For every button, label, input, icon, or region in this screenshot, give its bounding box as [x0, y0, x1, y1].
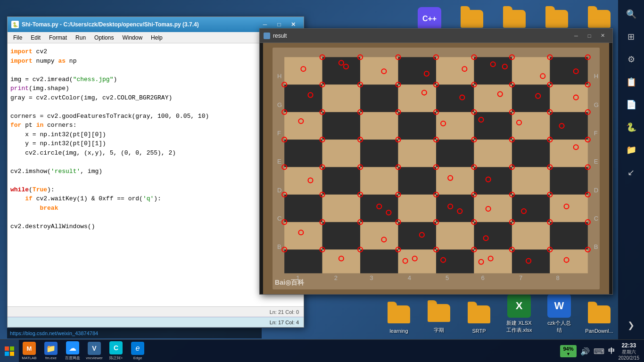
svg-rect-64 [284, 195, 322, 222]
desktop-icon-pandown[interactable]: PanDownl... [583, 300, 616, 336]
chess-board-svg: H G F E D C B 1 2 3 4 5 6 7 8 H G F E [260, 43, 612, 294]
taskbar-fm-button[interactable]: 📁 fm.exe [41, 341, 61, 362]
keyboard-icon: ⌨ [594, 347, 604, 356]
desktop: 🔍 ⊞ ⚙ 📋 📄 🐍 📁 ↙ ❯ C++ C++ ardruino [0, 0, 644, 362]
svg-rect-74 [360, 222, 398, 249]
menu-options[interactable]: Options [91, 33, 117, 42]
language-indicator[interactable]: 中 [608, 347, 615, 355]
svg-rect-76 [436, 222, 474, 249]
taskbar-edge-button[interactable]: e Edge [127, 341, 148, 362]
sidebar-file-icon[interactable]: 📄 [622, 95, 641, 114]
taskbar-vnc-label: vncviewer [86, 356, 103, 360]
desktop-icon-ziqi-label: 字期 [434, 327, 444, 334]
desktop-icon-xlsx-label: 新建 XLSX 工作表.xlsx [506, 320, 532, 334]
svg-text:B: B [594, 243, 598, 250]
desktop-icon-czk[interactable]: W czk个人总结 [543, 292, 576, 336]
svg-text:3: 3 [370, 274, 373, 281]
svg-rect-65 [322, 195, 360, 222]
volume-icon[interactable]: 🔊 [580, 347, 590, 356]
svg-rect-73 [322, 222, 360, 249]
windows-logo-icon [5, 346, 14, 356]
idle-status-ln-col-2: Ln: 17 Col: 4 [270, 320, 299, 325]
svg-rect-30 [512, 57, 550, 84]
svg-rect-207 [10, 352, 14, 356]
sidebar-settings-icon[interactable]: ⚙ [622, 50, 641, 69]
taskbar-czk-button[interactable]: C 陈正轲+ [106, 341, 126, 362]
svg-text:E: E [277, 158, 281, 165]
menu-file[interactable]: File [9, 33, 26, 42]
battery-arrow-down: ▼ [566, 352, 570, 356]
idle-status-ln-col-1: Ln: 21 Col: 0 [270, 309, 299, 315]
taskbar-edge-label: Edge [133, 356, 142, 360]
svg-rect-56 [284, 167, 322, 194]
svg-rect-50 [360, 140, 398, 167]
desktop-icon-srtp[interactable]: SRTP [462, 300, 495, 336]
menu-window[interactable]: Window [118, 33, 146, 42]
svg-rect-47 [550, 112, 587, 140]
menu-help[interactable]: Help [147, 33, 166, 42]
svg-text:4: 4 [408, 274, 411, 281]
sidebar-search-icon[interactable]: 🔍 [622, 5, 641, 24]
menu-format[interactable]: Format [45, 33, 71, 42]
svg-rect-27 [398, 57, 436, 84]
taskbar-apps: M MATLAB 📁 fm.exe ☁ 百度网盘 V vncviewer C 陈… [19, 341, 148, 362]
taskbar-baidupan-button[interactable]: ☁ 百度网盘 [62, 341, 83, 362]
result-minimize-button[interactable]: ─ [570, 31, 582, 41]
svg-rect-80 [284, 249, 322, 273]
sidebar-arrow-icon[interactable]: ↙ [622, 163, 641, 182]
sidebar-clipboard-icon[interactable]: 📋 [622, 73, 641, 91]
svg-rect-205 [10, 346, 14, 351]
svg-rect-59 [398, 167, 436, 194]
taskbar-matlab-button[interactable]: M MATLAB [19, 341, 40, 362]
taskbar-matlab-label: MATLAB [22, 356, 36, 360]
svg-rect-62 [512, 167, 550, 194]
sidebar-python-icon[interactable]: 🐍 [622, 118, 641, 137]
svg-rect-77 [474, 222, 512, 249]
result-close-button[interactable]: ✕ [596, 31, 609, 41]
svg-rect-204 [5, 346, 9, 351]
svg-rect-75 [398, 222, 436, 249]
svg-text:Bai◎百科: Bai◎百科 [275, 279, 305, 286]
svg-text:2: 2 [334, 274, 338, 281]
desktop-icon-learning[interactable]: learning [382, 300, 415, 336]
svg-text:G: G [277, 101, 282, 108]
desktop-icon-ziqi[interactable]: 字期 [422, 299, 455, 336]
taskbar-right: 94% ▼ 🔊 ⌨ 中 22:33 星期六 2020/2/15 [555, 340, 644, 362]
svg-rect-57 [322, 167, 360, 194]
taskbar-clock[interactable]: 22:33 星期六 2020/2/15 [619, 342, 640, 361]
url-bar: https://blog.csdn.net/weixin_43874784 [7, 328, 262, 338]
svg-rect-42 [360, 112, 398, 140]
svg-rect-29 [474, 57, 512, 84]
idle-window-title: Shi-Tomas.py - C:/Users/czk/Desktop/open… [22, 21, 256, 28]
right-sidebar: 🔍 ⊞ ⚙ 📋 📄 🐍 📁 ↙ ❯ [618, 0, 644, 339]
menu-edit[interactable]: Edit [27, 33, 44, 42]
svg-text:H: H [594, 73, 598, 80]
taskbar: M MATLAB 📁 fm.exe ☁ 百度网盘 V vncviewer C 陈… [0, 339, 644, 362]
taskbar-fm-label: fm.exe [45, 356, 57, 360]
idle-window-icon: 🐍 [11, 21, 19, 28]
menu-run[interactable]: Run [72, 33, 90, 42]
desktop-icon-srtp-label: SRTP [472, 328, 486, 334]
svg-text:G: G [594, 101, 599, 108]
svg-rect-37 [474, 84, 512, 112]
svg-rect-71 [550, 195, 587, 222]
svg-rect-35 [398, 84, 436, 112]
sidebar-chevron-icon[interactable]: ❯ [622, 316, 641, 335]
svg-rect-48 [284, 140, 322, 167]
svg-rect-24 [284, 57, 322, 84]
result-titlebar[interactable]: result ─ □ ✕ [260, 29, 612, 43]
svg-text:D: D [594, 187, 598, 194]
svg-rect-54 [512, 140, 550, 167]
sidebar-folder-icon[interactable]: 📁 [622, 140, 641, 159]
desktop-icon-xlsx[interactable]: X 新建 XLSX 工作表.xlsx [503, 292, 536, 336]
result-window-controls: ─ □ ✕ [570, 31, 609, 41]
taskbar-time: 22:33 [619, 342, 640, 349]
svg-rect-67 [398, 195, 436, 222]
result-maximize-button[interactable]: □ [583, 31, 595, 41]
taskbar-vnc-button[interactable]: V vncviewer [84, 341, 105, 362]
sidebar-grid-icon[interactable]: ⊞ [622, 27, 641, 46]
taskbar-start-button[interactable] [0, 340, 19, 362]
svg-rect-58 [360, 167, 398, 194]
svg-rect-41 [322, 112, 360, 140]
svg-rect-206 [5, 352, 9, 356]
